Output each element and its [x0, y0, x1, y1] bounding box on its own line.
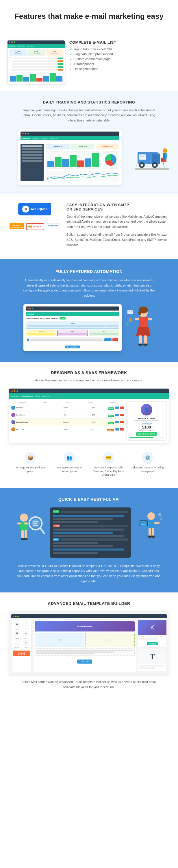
tracking-description: Improve your campaign results. Always fi…	[20, 108, 158, 123]
template-description: Acelle Mail comes with an advanced Email…	[17, 680, 161, 690]
svg-rect-39	[25, 530, 27, 538]
svg-rect-26	[144, 335, 147, 344]
preview-t-block: T	[138, 649, 167, 664]
smtp-description-2: Built-in support for sending email from …	[67, 232, 169, 248]
svg-rect-11	[163, 153, 165, 160]
feature-service-plans: 📦 Manage service package plans	[11, 449, 49, 480]
svg-rect-57	[148, 528, 151, 536]
svg-rect-55	[141, 523, 144, 523]
template-preview-card-2: T	[138, 649, 167, 671]
svg-point-28	[143, 343, 148, 346]
smtp-section: ✉ Acelle|Mail amazonwebservices 🔫mailgun…	[0, 194, 178, 259]
feature-payment: 💳 Payment integration with Braintree, St…	[90, 449, 128, 480]
sendgrid-badge: SendGrid	[46, 223, 60, 230]
email-list-feature-list: Import lists from Excel/CSV Single/doubl…	[69, 47, 116, 71]
saas-title: DESIGNED AS A SAAS FRAMEWORK	[9, 370, 169, 375]
svg-point-9	[163, 148, 167, 153]
tags-badge: {tags}	[13, 651, 30, 656]
table-row: John Doe Basic $10 Active	[11, 404, 124, 411]
smtp-right-content: EASY INTEGRATION WITH SMTPOR 3RD SERVICE…	[67, 203, 169, 251]
svg-rect-37	[24, 523, 28, 525]
customer-avatar: 👤	[141, 404, 152, 415]
smtp-title: EASY INTEGRATION WITH SMTPOR 3RD SERVICE…	[67, 203, 169, 211]
saas-description: Acelle Mail enables you to manage and se…	[9, 378, 169, 383]
svg-rect-38	[22, 530, 24, 538]
template-title: ADVANCED EMAIL TEMPLATE BUILDER	[9, 601, 169, 606]
template-builder-mock: ⊞ Layout T Text 🖼 Image ▬ Button	[9, 612, 169, 675]
button-tool-icon: ▬	[23, 631, 29, 637]
svg-point-41	[24, 538, 28, 540]
svg-rect-18	[159, 169, 164, 169]
api-code-mock: GET POST PUT	[50, 507, 131, 558]
svg-point-59	[148, 535, 152, 538]
feature-item-5: List segmentation	[69, 66, 116, 71]
customer-card: 👤 Marcos Kruzan marcos.kruzan@sampleco.c…	[126, 401, 167, 441]
template-image-block: 🖼	[35, 633, 84, 647]
acelle-logo: ✉ Acelle|Mail	[18, 203, 51, 215]
email-list-section: DashboardSubscribersCampaigns 1,234 Subs…	[0, 36, 178, 91]
subscriptions-table: Customer Plan Price Status Actions John …	[11, 401, 124, 441]
svg-point-21	[138, 311, 141, 315]
svg-rect-25	[139, 335, 142, 344]
social-tool-icon: 🔗	[23, 640, 29, 646]
svg-rect-7	[161, 158, 164, 161]
feature-item-4: Autoresponder	[69, 62, 116, 66]
template-editor-area: Email Header 🖼 Abc	[33, 620, 136, 672]
svg-point-32	[129, 318, 132, 322]
svg-point-48	[147, 513, 155, 520]
customers-label: Manage customers & subscriptions	[52, 466, 87, 473]
quota-label: Advanced quota & throttling management	[130, 466, 165, 473]
svg-rect-58	[152, 528, 154, 536]
smtp-providers: amazonwebservices 🔫mailgun SendGrid	[9, 223, 61, 230]
svg-rect-49	[148, 520, 154, 529]
hero-title: Features that make e-mail marketing easy	[9, 11, 169, 21]
saas-section: DESIGNED AS A SAAS FRAMEWORK Acelle Mail…	[0, 362, 178, 488]
svg-point-27	[138, 343, 143, 346]
svg-rect-22	[139, 317, 148, 327]
template-preview-card-1: K Kreative	[138, 620, 167, 648]
template-section: ADVANCED EMAIL TEMPLATE BUILDER ⊞ Layout…	[0, 592, 178, 698]
feature-quota: ⚙️ Advanced quota & throttling managemen…	[129, 449, 167, 480]
preview-image-1: K	[138, 620, 167, 635]
table-row: Jane Smith Pro $50 Active	[11, 411, 124, 419]
mail-icon: ✉	[22, 206, 29, 213]
saas-dashboard-mock: AcelleMail Subscriptions Plans Customers…	[9, 388, 169, 443]
smtp-left-panel: ✉ Acelle|Mail amazonwebservices 🔫mailgun…	[9, 203, 61, 230]
automation-workflow-title: Auto-responder for US public holidays	[27, 317, 58, 319]
automation-title: FULLY FEATURED AUTOMATION	[9, 269, 169, 274]
email-list-title: COMPLETE E-MAIL LIST	[69, 40, 116, 44]
logo-text: Acelle|Mail	[31, 207, 47, 211]
svg-point-5	[153, 164, 156, 166]
api-figure-right	[135, 507, 164, 555]
mailgun-badge: 🔫mailgun	[26, 223, 44, 230]
template-text-block: Abc	[85, 633, 135, 647]
email-list-screenshot: DashboardSubscribersCampaigns 1,234 Subs…	[7, 40, 65, 84]
template-cta-block: Click Here	[35, 657, 135, 665]
save-automation-button[interactable]: Save Workflow	[65, 345, 80, 348]
customer-price: $100	[129, 425, 164, 429]
api-content: GET POST PUT	[9, 507, 169, 558]
customer-status: RUNNING & ACTIVE	[136, 432, 157, 436]
svg-rect-36	[17, 523, 21, 525]
automation-content: AcelleMail Campaigns Automations Lists A…	[9, 304, 169, 351]
smtp-description-1: Get rid of the expensive email services …	[67, 214, 169, 229]
service-plans-icon: 📦	[25, 452, 36, 464]
customer-plan: Custom plan	[129, 423, 164, 425]
api-title: QUICK & EASY REST FUL API	[9, 497, 169, 502]
template-header-block: Email Header	[35, 621, 135, 631]
customers-icon: 👥	[64, 452, 75, 464]
svg-point-61	[158, 513, 161, 516]
service-plans-label: Manage service package plans	[13, 466, 48, 473]
text-tool-icon: T	[23, 621, 29, 627]
image-tool-icon: 🖼	[14, 631, 20, 637]
customer-days: 553 Days remaining	[129, 429, 164, 431]
svg-rect-17	[149, 169, 153, 169]
tracking-section: DAILY TRACKING AND STATISTICS REPORTING …	[0, 91, 178, 194]
automation-figure	[126, 304, 155, 351]
svg-rect-1	[152, 154, 160, 164]
svg-rect-54	[141, 522, 145, 522]
table-row: Alex Chen Basic $10 Expired	[11, 426, 124, 433]
customer-email: marcos.kruzan@sampleco.com	[129, 420, 164, 422]
svg-point-60	[151, 535, 155, 538]
payment-icon: 💳	[103, 452, 114, 464]
